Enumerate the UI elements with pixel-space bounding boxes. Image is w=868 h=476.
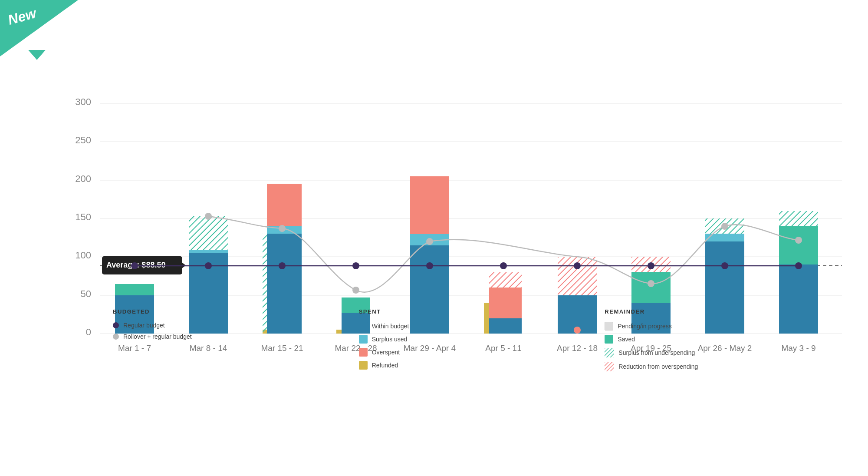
pending-swatch <box>605 322 613 331</box>
legend-budgeted: BUDGETED Regular budget Rollover + regul… <box>104 308 350 376</box>
legend-spent: SPENT Within budget Surplus used Overspe… <box>350 308 596 376</box>
legend-item-pending: Pending/in progress <box>605 322 833 331</box>
bar-mar1-saved <box>115 284 154 295</box>
legend-label-saved: Saved <box>618 336 635 343</box>
legend-budgeted-title: BUDGETED <box>113 308 342 315</box>
svg-text:0: 0 <box>86 327 91 337</box>
new-banner: New <box>0 0 69 52</box>
within-budget-swatch <box>359 322 368 331</box>
legend-label-rollover: Rollover + regular budget <box>123 333 192 340</box>
reduction-swatch <box>605 362 614 371</box>
legend-label-pending: Pending/in progress <box>618 323 672 330</box>
legend-label-refunded: Refunded <box>372 362 398 369</box>
legend-item-reduction: Reduction from overspending <box>605 362 833 371</box>
legend-item-surplus-under: Surplus from underspending <box>605 348 833 357</box>
legend-label-overspent: Overspent <box>372 349 400 356</box>
legend-item-regular: Regular budget <box>113 322 342 329</box>
regular-budget-swatch <box>113 322 119 328</box>
legend-item-within: Within budget <box>359 322 588 331</box>
bar-mar15-overspent <box>267 184 302 226</box>
legend-spent-title: SPENT <box>359 308 588 315</box>
refunded-swatch <box>359 361 368 370</box>
svg-text:300: 300 <box>75 96 91 107</box>
legend-label-within: Within budget <box>372 323 409 330</box>
overspent-swatch <box>359 348 368 357</box>
legend-label-surplus-used: Surplus used <box>372 336 408 343</box>
legend-item-saved: Saved <box>605 335 833 344</box>
bar-may3-saved <box>779 226 818 264</box>
legend-item-surplus-used: Surplus used <box>359 335 588 344</box>
bar-mar8-surplus-used <box>189 250 228 253</box>
svg-text:100: 100 <box>75 250 91 261</box>
svg-text:250: 250 <box>75 135 91 145</box>
legend-label-surplus-under: Surplus from underspending <box>618 349 695 356</box>
legend-remainder-title: REMAINDER <box>605 308 833 315</box>
svg-marker-0 <box>0 0 78 56</box>
svg-text:150: 150 <box>75 212 91 222</box>
legend-container: BUDGETED Regular budget Rollover + regul… <box>104 308 842 376</box>
surplus-under-swatch <box>605 348 614 357</box>
saved-swatch <box>605 335 613 344</box>
svg-marker-1 <box>28 50 46 60</box>
bar-mar29-overspent <box>410 176 449 234</box>
legend-label-reduction: Reduction from overspending <box>618 363 698 370</box>
bar-may3-surplus-under <box>779 211 818 226</box>
svg-text:200: 200 <box>75 173 91 184</box>
surplus-used-swatch <box>359 335 368 344</box>
legend-item-overspent: Overspent <box>359 348 588 357</box>
rollover-swatch <box>113 334 119 340</box>
legend-item-rollover: Rollover + regular budget <box>113 333 342 340</box>
bar-apr5-reduction <box>489 272 522 288</box>
legend-label-regular: Regular budget <box>123 322 165 329</box>
legend-remainder: REMAINDER Pending/in progress Saved Surp… <box>596 308 842 376</box>
svg-text:50: 50 <box>81 288 91 299</box>
svg-rect-26 <box>605 362 614 371</box>
chart-svg: 300 250 200 150 100 50 0 Average: $88.50 <box>0 0 868 476</box>
bar-apr19-saved <box>631 272 671 303</box>
bar-mar8-surplus-under <box>189 216 228 250</box>
legend-item-refunded: Refunded <box>359 361 588 370</box>
svg-rect-24 <box>605 348 614 357</box>
